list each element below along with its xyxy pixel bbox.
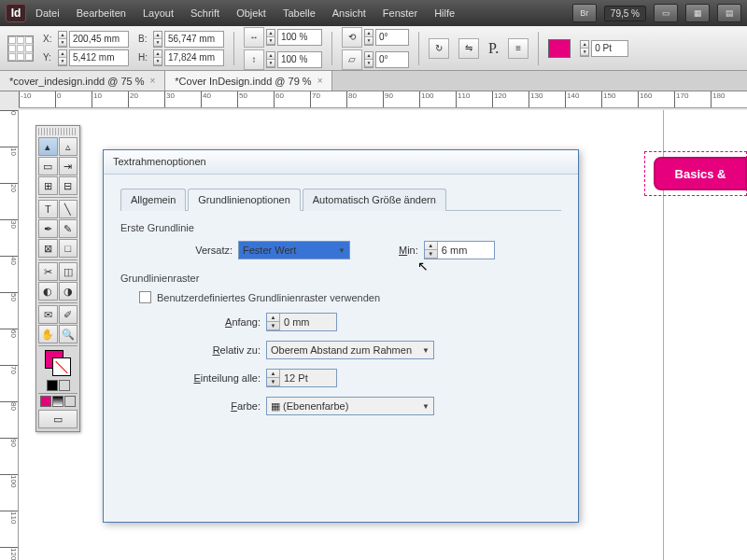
ruler-vertical[interactable]: 0102030405060708090100110120 <box>0 110 19 560</box>
section-grundlinienraster: Grundlinienraster <box>120 273 561 284</box>
h-input[interactable] <box>164 49 224 66</box>
menu-fenster[interactable]: Fenster <box>375 4 425 22</box>
text-frame-basics[interactable]: Basics & <box>654 157 747 190</box>
menu-objekt[interactable]: Objekt <box>229 4 274 22</box>
workspace-button[interactable]: ▤ <box>717 4 741 22</box>
menu-ansicht[interactable]: Ansicht <box>325 4 374 22</box>
anfang-label: Anfang: <box>176 316 261 328</box>
shear-icon: ▱ <box>342 49 362 70</box>
rotate-icon: ⟲ <box>342 27 362 48</box>
scissors-tool[interactable]: ✂ <box>38 262 58 281</box>
line-tool[interactable]: ╲ <box>59 200 78 218</box>
anfang-input: ▲▼ <box>266 313 337 331</box>
min-label: Min: <box>399 245 418 256</box>
doc-tab-1[interactable]: *cover_indesign.indd @ 75 %× <box>0 71 165 91</box>
selection-tool[interactable]: ▴ <box>38 137 58 156</box>
x-input[interactable] <box>69 31 129 48</box>
direct-selection-tool[interactable]: ▵ <box>59 137 78 156</box>
min-input[interactable]: ▲▼ <box>424 241 495 259</box>
document-tabs: *cover_indesign.indd @ 75 %× *Cover InDe… <box>0 71 747 91</box>
w-spinner[interactable]: ▲▼ <box>153 31 162 48</box>
tab-auto-size[interactable]: Automatisch Größe ändern <box>303 189 446 211</box>
bridge-button[interactable]: Br <box>572 4 597 22</box>
chevron-down-icon: ▼ <box>338 246 345 255</box>
shear-input[interactable] <box>375 51 409 68</box>
content-collector-tool[interactable]: ⊞ <box>38 176 58 195</box>
tools-panel: ▴▵ ▭⇥ ⊞⊟ T╲ ✒✎ ⊠□ ✂◫ ◐◑ ✉✐ ✋🔍 ▭ <box>35 125 80 432</box>
close-icon[interactable]: × <box>149 76 155 86</box>
rectangle-frame-tool[interactable]: ⊠ <box>38 239 58 258</box>
relativ-label: Relativ zu: <box>176 344 261 356</box>
type-tool[interactable]: T <box>38 200 58 218</box>
einteilung-label: Einteilung alle: <box>176 372 261 384</box>
menu-schrift[interactable]: Schrift <box>183 4 227 22</box>
gradient-swatch-tool[interactable]: ◐ <box>38 282 58 301</box>
apply-color[interactable] <box>40 396 51 407</box>
zoom-tool[interactable]: 🔍 <box>59 325 78 343</box>
x-spinner[interactable]: ▲▼ <box>58 31 67 48</box>
h-spinner[interactable]: ▲▼ <box>153 49 162 66</box>
apply-none[interactable] <box>64 396 76 407</box>
einteilung-input: ▲▼ <box>266 369 337 387</box>
menu-tabelle[interactable]: Tabelle <box>275 4 323 22</box>
farbe-select: ▦ (Ebenenfarbe)▼ <box>266 397 434 415</box>
tab-grundlinien[interactable]: Grundlinienoptionen <box>188 189 300 211</box>
page-tool[interactable]: ▭ <box>38 157 58 175</box>
section-erste-grundlinie: Erste Grundlinie <box>120 222 561 233</box>
eyedropper-tool[interactable]: ✐ <box>59 305 78 324</box>
custom-grid-checkbox[interactable] <box>139 291 151 303</box>
fill-stroke-swap[interactable] <box>45 350 71 376</box>
character-p-icon: P. <box>488 40 499 57</box>
tab-allgemein[interactable]: Allgemein <box>120 189 186 211</box>
relativ-select: Oberem Abstand zum Rahmen▼ <box>266 341 434 359</box>
swap-icon[interactable] <box>59 380 70 391</box>
farbe-label: Farbe: <box>176 400 261 412</box>
versatz-label: Versatz: <box>148 245 233 256</box>
flip-h-icon[interactable]: ⇋ <box>458 38 479 59</box>
apply-gradient[interactable] <box>52 396 63 407</box>
content-placer-tool[interactable]: ⊟ <box>59 176 78 195</box>
menu-layout[interactable]: Layout <box>135 4 181 22</box>
hand-tool[interactable]: ✋ <box>38 325 58 343</box>
y-spinner[interactable]: ▲▼ <box>58 49 67 66</box>
y-input[interactable] <box>69 49 129 66</box>
gradient-feather-tool[interactable]: ◑ <box>59 282 78 301</box>
scale-y-icon: ↕ <box>244 49 264 70</box>
ruler-horizontal[interactable]: -100102030405060708090100110120130140150… <box>19 91 747 108</box>
rotate-input[interactable] <box>375 29 409 46</box>
panel-grip[interactable] <box>38 128 78 135</box>
menubar: Id Datei Bearbeiten Layout Schrift Objek… <box>0 0 747 26</box>
text-frame-options-dialog: Textrahmenoptionen Allgemein Grundlinien… <box>103 149 579 523</box>
pencil-tool[interactable]: ✎ <box>59 219 78 238</box>
fill-swatch[interactable] <box>548 39 571 58</box>
dialog-title: Textrahmenoptionen <box>104 150 578 175</box>
zoom-level[interactable]: 79,5 % <box>604 6 646 21</box>
scale-y-input[interactable] <box>277 51 322 68</box>
scale-x-input[interactable] <box>277 29 322 46</box>
stroke-input[interactable] <box>591 40 628 57</box>
rectangle-tool[interactable]: □ <box>59 239 78 258</box>
arrange-button[interactable]: ▦ <box>685 4 710 22</box>
versatz-select[interactable]: Fester Wert▼ <box>238 241 350 259</box>
w-input[interactable] <box>164 31 224 48</box>
close-icon[interactable]: × <box>317 76 323 86</box>
scale-x-icon: ↔ <box>244 27 264 48</box>
pen-tool[interactable]: ✒ <box>38 219 58 238</box>
screen-mode-button[interactable]: ▭ <box>654 4 678 22</box>
custom-grid-label: Benutzerdefiniertes Grundlinienraster ve… <box>157 292 380 303</box>
doc-tab-2[interactable]: *Cover InDesign.indd @ 79 %× <box>165 71 332 91</box>
menu-bearbeiten[interactable]: Bearbeiten <box>69 4 134 22</box>
rotate-cw-icon[interactable]: ↻ <box>429 38 449 59</box>
menu-hilfe[interactable]: Hilfe <box>427 4 462 22</box>
app-logo: Id <box>6 4 26 22</box>
view-mode[interactable]: ▭ <box>38 410 78 428</box>
reference-point[interactable] <box>7 35 34 62</box>
note-tool[interactable]: ✉ <box>38 305 58 324</box>
menu-datei[interactable]: Datei <box>28 4 67 22</box>
dialog-tabs: Allgemein Grundlinienoptionen Automatisc… <box>120 188 561 211</box>
control-bar: X:▲▼ Y:▲▼ B:▲▼ H:▲▼ ↔▲▼ ↕▲▼ ⟲▲▼ ▱▲▼ ↻ ⇋ … <box>0 26 747 71</box>
default-fill[interactable] <box>47 380 58 391</box>
free-transform-tool[interactable]: ◫ <box>59 262 78 281</box>
align-icon[interactable]: ≡ <box>508 38 529 59</box>
gap-tool[interactable]: ⇥ <box>59 157 78 175</box>
